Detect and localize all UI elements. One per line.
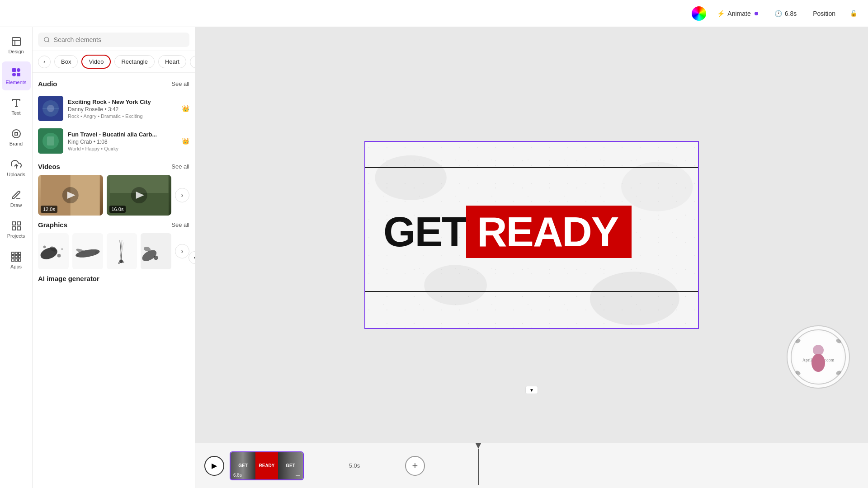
duration-label: 6.8s [785,10,797,17]
top-toolbar: ⚡ Animate 🕐 6.8s Position 🔓 [0,0,868,27]
sidebar-item-text[interactable]: Text [2,92,31,121]
chip-rectangle[interactable]: Rectangle [114,55,155,68]
text-icon [11,98,22,108]
timeline-empty-space: 5.0s [309,451,400,480]
svg-rect-4 [17,68,20,72]
svg-rect-16 [15,252,17,254]
chip-box[interactable]: Box [54,55,78,68]
elements-panel: ‹ Box Video Rectangle Heart › Audio See … [33,27,195,488]
animate-button[interactable]: ⚡ Animate [712,7,763,20]
chip-video[interactable]: Video [81,55,111,69]
video-thumb-2[interactable]: 16.0s [107,175,172,216]
brand-icon [11,128,22,139]
graphics-see-all[interactable]: See all [171,221,189,228]
video-more-button[interactable]: › [175,188,189,202]
graphic-thumb-2[interactable] [72,233,103,269]
sidebar-item-apps-label: Apps [10,264,22,269]
upload-icon [11,159,22,170]
chip-nav-next[interactable]: › [190,56,195,68]
filter-chips: ‹ Box Video Rectangle Heart › [33,51,195,73]
canvas-get-text[interactable]: GET [365,211,466,253]
ai-title: AI image generator [38,275,189,282]
graphic-splatter-1 [38,235,69,267]
sidebar-item-uploads[interactable]: Uploads [2,154,31,183]
audio-art-2 [38,128,63,154]
graphic-thumb-3[interactable] [107,233,137,269]
canvas-section: GET READY ↻ ▼ April Shalny.com [195,27,868,488]
add-icon: + [412,460,418,472]
animate-icon: ⚡ [717,10,725,17]
expand-timeline-button[interactable]: ▼ [525,386,538,394]
sidebar-item-elements[interactable]: Elements [2,61,31,90]
timeline-area: ▶ GET READY GET 6.8s — 5.0s + [195,443,868,488]
video-duration-2: 16.0s [109,206,126,213]
audio-title-2: Fun Travel - Bucatini alla Carb... [68,131,177,138]
search-box[interactable] [38,33,189,47]
timeline-clip-1[interactable]: GET READY GET 6.8s — [230,451,304,480]
graphic-splatter-4 [141,235,171,267]
graphics-section-header: Graphics See all [38,221,189,229]
svg-point-24 [44,37,49,42]
svg-point-48 [95,251,98,254]
svg-rect-6 [17,73,20,76]
clip-segment-ready: READY [255,452,278,479]
duration-button[interactable]: 🕐 6.8s [769,7,802,20]
search-icon [43,36,50,43]
lock-icon: 🔓 [850,10,858,17]
sidebar-item-text-label: Text [11,110,20,116]
svg-rect-3 [12,68,16,72]
canvas-frame: GET READY ↻ [364,141,699,329]
svg-point-54 [118,262,120,264]
sidebar-item-design[interactable]: Design [2,31,31,60]
audio-tags-1: Rock • Angry • Dramatic • Exciting [68,113,177,119]
video-thumb-1[interactable]: 12.0s [38,175,103,216]
svg-rect-12 [17,222,20,225]
graphics-grid: › [38,233,189,269]
animate-dot [755,12,758,15]
search-input[interactable] [54,36,184,43]
add-clip-button[interactable]: + [405,456,425,476]
svg-point-43 [57,254,61,258]
sidebar-item-projects[interactable]: Projects [2,215,31,244]
play-icon: ▶ [212,461,217,470]
svg-point-58 [154,256,158,260]
canvas-area[interactable]: GET READY ↻ ▼ April Shalny.com [195,27,868,443]
timeline-empty-time: 5.0s [349,462,360,469]
graphic-thumb-1[interactable] [38,233,69,269]
crown-icon-1: 👑 [182,105,189,112]
sidebar-item-projects-label: Projects [7,233,25,239]
audio-item-2[interactable]: Fun Travel - Bucatini alla Carb... King … [38,125,189,157]
sidebar-item-draw[interactable]: Draw [2,184,31,213]
svg-rect-17 [19,252,21,254]
svg-point-44 [43,245,46,248]
sidebar-item-uploads-label: Uploads [7,172,25,177]
audio-item-1[interactable]: Exciting Rock - New York City Danny Rose… [38,92,189,125]
audio-section-header: Audio See all [38,80,189,88]
svg-rect-5 [12,73,16,76]
graphic-thumb-4[interactable] [141,233,171,269]
draw-icon [11,190,22,201]
audio-artist-1: Danny Roselle • 3:42 [68,106,177,113]
clip-icons: — [296,473,300,478]
audio-tags-2: World • Happy • Quirky [68,146,177,151]
audio-thumb-1 [38,96,63,121]
chip-heart[interactable]: Heart [158,55,186,68]
lock-button[interactable]: 🔓 [846,6,861,21]
layout-icon [11,36,22,47]
position-button[interactable]: Position [807,7,841,20]
sidebar-item-brand[interactable]: Brand [2,123,31,152]
audio-see-all[interactable]: See all [171,80,189,87]
graphics-more-button[interactable]: › [175,244,189,258]
sidebar-item-apps[interactable]: Apps [2,246,31,275]
chip-nav-prev[interactable]: ‹ [38,56,51,68]
canvas-ready-block[interactable]: READY [466,206,632,258]
videos-see-all[interactable]: See all [171,163,189,170]
panel-content: Audio See all Exciting Rock - New York C… [33,73,195,488]
play-button[interactable]: ▶ [204,456,224,476]
clip-lock-icon: — [296,473,300,478]
color-palette-button[interactable] [692,6,706,21]
audio-info-2: Fun Travel - Bucatini alla Carb... King … [68,131,177,151]
svg-rect-21 [12,259,14,261]
svg-rect-20 [19,256,21,258]
crown-icon-2: 👑 [182,137,189,145]
